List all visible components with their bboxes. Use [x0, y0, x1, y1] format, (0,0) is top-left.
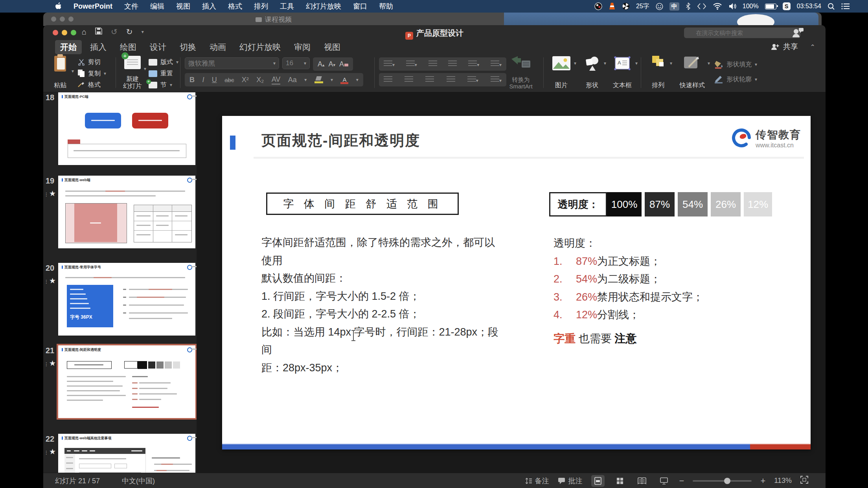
thumbnail-slide-22[interactable]: 页面规范-web端其他注意事项: [58, 434, 195, 473]
control-center-list-icon[interactable]: [841, 3, 850, 9]
tab-review[interactable]: 审阅: [289, 40, 316, 54]
transparency-label-box[interactable]: 透明度：: [549, 192, 607, 216]
thumbnail-slide-20[interactable]: 页面规范-常用字体字号 字号 36PX: [58, 263, 195, 336]
bluetooth-icon[interactable]: [686, 2, 691, 10]
body-text-right[interactable]: 透明度： 1.87%为正文标题； 2.54%为二级标题； 3.26%禁用状态和提…: [554, 235, 703, 324]
menu-item-tools[interactable]: 工具: [280, 2, 294, 11]
menu-item-window[interactable]: 窗口: [353, 2, 367, 11]
convert-smartart-button[interactable]: 转换为SmartArt: [503, 56, 539, 90]
underline-button[interactable]: U: [212, 76, 217, 84]
transparency-swatch-87[interactable]: 87%: [645, 192, 675, 216]
search-input[interactable]: [684, 28, 800, 38]
bold-button[interactable]: B: [189, 76, 195, 84]
thumbnail-slide-21-selected[interactable]: 页面规范-间距和透明度: [58, 345, 195, 418]
increase-indent-button[interactable]: [448, 60, 457, 68]
insert-picture-button[interactable]: ▾ 图片: [549, 56, 574, 90]
font-spacing-heading-box[interactable]: 字 体 间 距 舒 适 范 围: [266, 193, 459, 215]
paste-button[interactable]: ▾ 粘贴: [47, 56, 73, 90]
quick-styles-button[interactable]: ▾ 快速样式: [675, 56, 709, 90]
transparency-swatch-54[interactable]: 54%: [678, 192, 708, 216]
text-highlight-button[interactable]: [314, 76, 323, 83]
menu-item-edit[interactable]: 编辑: [150, 2, 164, 11]
decrease-indent-button[interactable]: [428, 60, 437, 68]
subscript-button[interactable]: X₂: [256, 76, 264, 84]
thumbnail-slide-19[interactable]: 页面规范-web端: [58, 176, 195, 248]
shrink-font-button[interactable]: A▾: [329, 60, 336, 68]
collapse-ribbon-chevron-icon[interactable]: ⌃: [810, 43, 815, 51]
body-text-left[interactable]: 字体间距舒适范围，除了特殊的需求之外，都可以使用 默认数值的间距： 1. 行间距…: [261, 234, 505, 377]
menu-item-slideshow[interactable]: 幻灯片放映: [306, 2, 341, 11]
font-color-button[interactable]: A: [340, 76, 348, 83]
zoom-slider-thumb[interactable]: [724, 478, 730, 484]
new-slide-button[interactable]: ▾ 新建幻灯片: [120, 56, 145, 90]
tab-home[interactable]: 开始: [55, 40, 82, 54]
transparency-swatch-26[interactable]: 26%: [711, 192, 741, 216]
menu-item-help[interactable]: 帮助: [379, 2, 393, 11]
s-app-icon[interactable]: S: [783, 2, 791, 10]
layout-button[interactable]: 版式▾: [149, 57, 178, 67]
comments-button[interactable]: 批注: [558, 476, 583, 486]
insert-textbox-button[interactable]: A ▾ 文本框: [609, 56, 635, 90]
slideshow-view-button[interactable]: [657, 475, 671, 487]
zoom-in-button[interactable]: +: [760, 476, 765, 486]
justify-button[interactable]: [447, 76, 455, 84]
menu-bar-clock[interactable]: 03:53:54: [797, 3, 821, 10]
menu-item-file[interactable]: 文件: [124, 2, 138, 11]
section-button[interactable]: 节▾: [149, 80, 178, 90]
format-painter-button[interactable]: 格式: [78, 80, 106, 90]
change-case-button[interactable]: Aa: [288, 76, 297, 84]
align-center-button[interactable]: [405, 76, 413, 84]
align-left-button[interactable]: [384, 76, 392, 84]
insert-shapes-button[interactable]: ▾ 形状: [580, 56, 604, 90]
cut-button[interactable]: 剪切: [78, 57, 106, 67]
italic-button[interactable]: I: [202, 76, 204, 84]
bullets-button[interactable]: ▾: [384, 60, 395, 68]
menu-app-name[interactable]: PowerPoint: [74, 2, 112, 11]
zoom-percentage[interactable]: 113%: [774, 477, 792, 485]
tab-slideshow[interactable]: 幻灯片放映: [234, 40, 286, 54]
clear-formatting-button[interactable]: A: [339, 60, 348, 68]
character-spacing-button[interactable]: AV: [272, 75, 281, 84]
wifi-icon[interactable]: [713, 3, 722, 10]
arrange-button[interactable]: ▾ 排列: [646, 56, 670, 90]
align-right-button[interactable]: [425, 76, 434, 84]
font-size-select[interactable]: 16▾: [282, 57, 310, 69]
tab-transitions[interactable]: 切换: [175, 40, 201, 54]
obs-icon[interactable]: [594, 2, 602, 10]
transparency-swatch-100[interactable]: 100%: [607, 192, 642, 216]
language-status[interactable]: 中文(中国): [122, 476, 155, 486]
input-method-badge[interactable]: 中: [669, 2, 679, 11]
superscript-button[interactable]: X²: [242, 76, 249, 84]
zoom-slider[interactable]: [693, 480, 752, 482]
thumbnail-slide-18[interactable]: 页面规范-PC端: [58, 92, 195, 165]
copy-button[interactable]: 复制▾: [78, 69, 106, 78]
apple-icon[interactable]: [55, 2, 62, 10]
fan-icon[interactable]: [622, 2, 630, 10]
developer-brackets-icon[interactable]: [697, 3, 706, 10]
menu-item-format[interactable]: 格式: [228, 2, 242, 11]
slide-title-text[interactable]: 页面规范-间距和透明度: [261, 131, 420, 150]
font-weight-note[interactable]: 字重 也需要 注意: [554, 331, 637, 346]
font-name-select[interactable]: 微软雅黑▾: [185, 57, 279, 69]
reset-button[interactable]: 重置: [149, 69, 178, 78]
menu-item-arrange[interactable]: 排列: [254, 2, 268, 11]
columns-button[interactable]: ▾: [491, 60, 502, 68]
spotlight-search-icon[interactable]: [828, 3, 835, 10]
slide-sorter-view-button[interactable]: [613, 475, 627, 487]
line-spacing-button[interactable]: ▾: [468, 60, 479, 68]
slide-canvas[interactable]: 页面规范-间距和透明度 传智教育 www.itcast.cn 字 体 间 距 舒…: [222, 116, 811, 449]
tab-insert[interactable]: 插入: [85, 40, 112, 54]
text-direction-button[interactable]: ▾: [467, 76, 478, 84]
emoji-input-icon[interactable]: [656, 3, 663, 10]
tab-draw[interactable]: 绘图: [115, 40, 142, 54]
grow-font-button[interactable]: A▴: [318, 60, 325, 68]
align-text-button[interactable]: ▾: [491, 76, 502, 84]
tab-view[interactable]: 视图: [319, 40, 346, 54]
menu-item-insert[interactable]: 插入: [202, 2, 216, 11]
shape-outline-button[interactable]: 形状轮廓▾: [714, 75, 757, 84]
normal-view-button[interactable]: [591, 475, 605, 487]
shape-fill-button[interactable]: 形状填充▾: [714, 60, 757, 69]
battery-icon[interactable]: [765, 4, 776, 9]
volume-icon[interactable]: [728, 3, 736, 10]
numbering-button[interactable]: ▾: [406, 60, 417, 68]
